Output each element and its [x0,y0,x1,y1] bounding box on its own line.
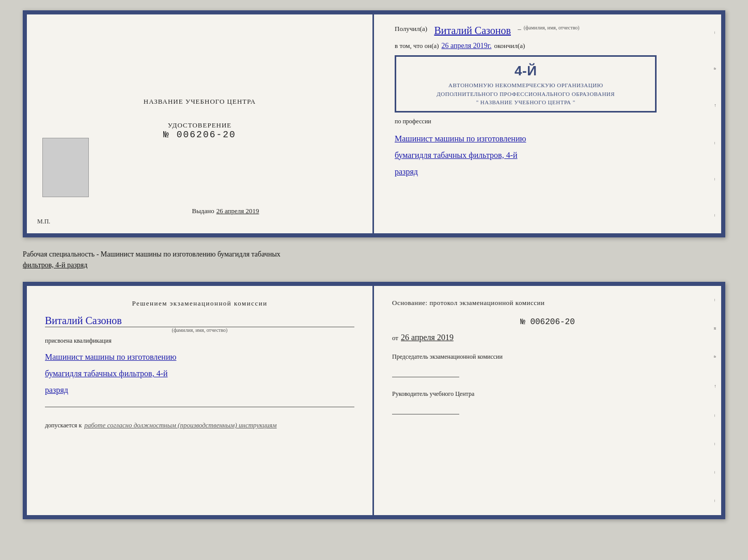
cert-prof-line3: разряд [395,167,418,176]
cert-bottom-profession: Машинист машины по изготовлению бумагидл… [45,349,354,398]
cert-bottom-name-block: Виталий Сазонов (фамилия, имя, отчество) [45,315,354,333]
cert-allowed-value: работе согласно должностным (производств… [84,421,276,429]
edge-mark-b1: – [713,299,718,301]
cert-bottom-name-sub: (фамилия, имя, отчество) [45,327,354,333]
cert-issued-date: 26 апреля 2019 [216,207,259,215]
cert-number-value: № 006206-20 [163,130,236,140]
cert-name-sub-top: (фамилия, имя, отчество) [524,25,580,30]
cert-top-right-edge: – а ← – – – [710,14,721,233]
cert-top-right-page: Получил(а) Виталий Сазонов – (фамилия, и… [374,14,721,233]
cert-decision-title: Решением экзаменационной комиссии [45,299,354,308]
cert-bottom-name-handwritten: Виталий Сазонов [45,315,122,327]
edge-mark-b4: ← [713,384,718,389]
meta-text: Рабочая специальность - Машинист машины … [23,247,725,273]
meta-line2: фильтров, 4-й разряд [23,261,87,269]
cert-basis-label: Основание: протокол экзаменационной коми… [392,299,703,307]
cert-allowed-row: допускается к работе согласно должностны… [45,417,354,429]
edge-mark-b3: а [713,356,718,358]
certificate-top: НАЗВАНИЕ УЧЕБНОГО ЦЕНТРА УДОСТОВЕРЕНИЕ №… [23,10,725,237]
cert-org-name: " НАЗВАНИЕ УЧЕБНОГО ЦЕНТРА " [403,98,648,107]
cert-number-label: УДОСТОВЕРЕНИЕ [163,121,236,130]
edge-mark-2: а [713,68,718,70]
cert-top-left-page: НАЗВАНИЕ УЧЕБНОГО ЦЕНТРА УДОСТОВЕРЕНИЕ №… [27,14,374,233]
cert-bottom-left-page: Решением экзаменационной комиссии Витали… [27,286,374,515]
cert-dash: – [518,25,521,33]
cert-name-handwritten-top: Виталий Сазонов [434,25,511,37]
cert-mp-label: М.П. [37,218,50,226]
cert-received-label: Получил(а) [395,25,427,33]
certificate-bottom: Решением экзаменационной комиссии Витали… [23,282,725,519]
cert-org-line1: АВТОНОМНУЮ НЕКОММЕРЧЕСКУЮ ОРГАНИЗАЦИЮ [403,81,648,90]
edge-mark-6: – [713,214,718,217]
cert-received-row: Получил(а) Виталий Сазонов – (фамилия, и… [395,25,703,37]
cert-stamp-block: 4-й АВТОНОМНУЮ НЕКОММЕРЧЕСКУЮ ОРГАНИЗАЦИ… [395,55,657,113]
cert-bottom-right-page: Основание: протокол экзаменационной коми… [374,286,721,515]
cert-top-left-title: НАЗВАНИЕ УЧЕБНОГО ЦЕНТРА [144,98,256,106]
edge-mark-b8: – [713,500,718,502]
cert-bottom-prof-line1: Машинист машины по изготовлению [45,353,176,361]
edge-mark-b5: – [713,414,718,417]
edge-mark-3: ← [713,103,718,108]
cert-bottom-number: № 006206-20 [392,317,703,327]
cert-chairman-label: Председатель экзаменационной комиссии [392,353,703,361]
cert-issued-label: Выдано [192,207,214,215]
cert-issued-block: Выдано 26 апреля 2019 [94,206,357,215]
cert-bottom-prof-line3: разряд [45,386,68,394]
edge-mark-b7: – [713,471,718,474]
cert-stamp-number: 4-й [403,61,648,81]
cert-in-that-row: в том, что он(а) 26 апреля 2019г. окончи… [395,42,703,50]
cert-chairman-signature-line [392,377,459,377]
cert-head-label: Руководитель учебного Центра [392,390,703,398]
cert-bottom-line [45,407,354,407]
cert-profession-handwritten: Машинист машины по изготовлению бумагидл… [395,131,703,180]
edge-mark-1: – [713,31,718,34]
cert-profession-label: по профессии [395,118,703,125]
edge-mark-b2: и [713,327,718,330]
cert-assign-label: присвоена квалификация [45,337,354,345]
cert-head-signature-line [392,414,459,414]
cert-prof-line1: Машинист машины по изготовлению [395,134,526,143]
cert-in-that-label: в том, что он(а) [395,42,439,50]
cert-bottom-right-edge: – и а ← – – – – [710,286,721,515]
cert-allowed-label: допускается к [45,422,82,429]
meta-line1: Рабочая специальность - Машинист машины … [23,250,280,258]
cert-photo-placeholder [42,138,89,197]
cert-prof-line2: бумагидля табачных фильтров, 4-й [395,151,518,159]
cert-bottom-date-value: 26 апреля 2019 [401,333,454,342]
cert-finished-label: окончил(а) [494,42,525,50]
cert-bottom-date-prefix: от [392,334,398,342]
edge-mark-5: – [713,178,718,181]
cert-bottom-date-row: от 26 апреля 2019 [392,333,703,342]
cert-number-block: УДОСТОВЕРЕНИЕ № 006206-20 [163,121,236,140]
edge-mark-4: – [713,142,718,145]
edge-mark-b6: – [713,443,718,445]
cert-bottom-prof-line2: бумагидля табачных фильтров, 4-й [45,369,168,378]
cert-org-line2: ДОПОЛНИТЕЛЬНОГО ПРОФЕССИОНАЛЬНОГО ОБРАЗО… [403,90,648,99]
cert-right-date-handwritten: 26 апреля 2019г. [442,42,492,50]
